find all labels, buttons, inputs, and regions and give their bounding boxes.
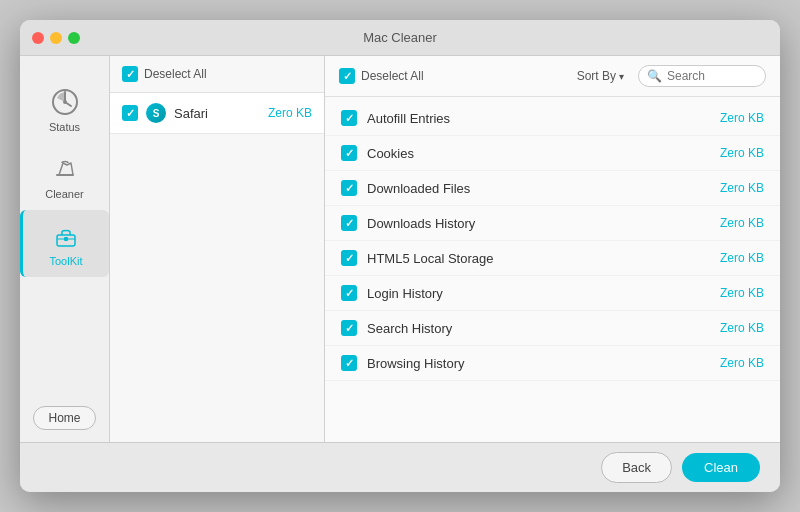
item-label-1: Cookies	[367, 146, 710, 161]
item-checkbox-5[interactable]	[341, 285, 357, 301]
sort-chevron-icon: ▾	[619, 71, 624, 82]
item-label-6: Search History	[367, 321, 710, 336]
cleaner-icon	[49, 153, 81, 185]
right-deselect-checkbox[interactable]	[339, 68, 355, 84]
close-button[interactable]	[32, 32, 44, 44]
main-content: Status Cleaner	[20, 56, 780, 442]
item-label-4: HTML5 Local Storage	[367, 251, 710, 266]
item-checkbox-4[interactable]	[341, 250, 357, 266]
sort-by-label: Sort By	[577, 69, 616, 83]
item-checkbox-2[interactable]	[341, 180, 357, 196]
window-title: Mac Cleaner	[363, 30, 437, 45]
sidebar-item-cleaner[interactable]: Cleaner	[20, 143, 109, 210]
footer: Back Clean	[20, 442, 780, 492]
sidebar: Status Cleaner	[20, 56, 110, 442]
item-size-4: Zero KB	[720, 251, 764, 265]
home-button[interactable]: Home	[33, 406, 95, 430]
item-size-0: Zero KB	[720, 111, 764, 125]
search-icon: 🔍	[647, 69, 662, 83]
sidebar-cleaner-label: Cleaner	[45, 188, 84, 200]
item-checkbox-0[interactable]	[341, 110, 357, 126]
middle-deselect-label: Deselect All	[144, 67, 207, 81]
svg-rect-4	[64, 237, 68, 241]
status-icon	[49, 86, 81, 118]
search-box[interactable]: 🔍	[638, 65, 766, 87]
titlebar: Mac Cleaner	[20, 20, 780, 56]
list-item[interactable]: Browsing HistoryZero KB	[325, 346, 780, 381]
toolkit-icon	[50, 220, 82, 252]
item-label-0: Autofill Entries	[367, 111, 710, 126]
list-item[interactable]: CookiesZero KB	[325, 136, 780, 171]
item-label-3: Downloads History	[367, 216, 710, 231]
list-item[interactable]: Login HistoryZero KB	[325, 276, 780, 311]
list-item[interactable]: HTML5 Local StorageZero KB	[325, 241, 780, 276]
middle-header: Deselect All	[110, 56, 324, 93]
app-window: Mac Cleaner Status	[20, 20, 780, 492]
list-item[interactable]: Downloads HistoryZero KB	[325, 206, 780, 241]
right-list: Autofill EntriesZero KBCookiesZero KBDow…	[325, 97, 780, 442]
back-button[interactable]: Back	[601, 452, 672, 483]
sidebar-item-status[interactable]: Status	[20, 76, 109, 143]
right-header: Deselect All Sort By ▾ 🔍	[325, 56, 780, 97]
item-size-7: Zero KB	[720, 356, 764, 370]
sidebar-item-toolkit[interactable]: ToolKit	[20, 210, 109, 277]
item-label-2: Downloaded Files	[367, 181, 710, 196]
right-pane: Deselect All Sort By ▾ 🔍 Autofill Entrie…	[325, 56, 780, 442]
traffic-lights	[32, 32, 80, 44]
sidebar-status-label: Status	[49, 121, 80, 133]
list-item[interactable]: Search HistoryZero KB	[325, 311, 780, 346]
list-item[interactable]: Autofill EntriesZero KB	[325, 101, 780, 136]
item-checkbox-7[interactable]	[341, 355, 357, 371]
maximize-button[interactable]	[68, 32, 80, 44]
item-size-5: Zero KB	[720, 286, 764, 300]
minimize-button[interactable]	[50, 32, 62, 44]
item-checkbox-3[interactable]	[341, 215, 357, 231]
item-label-7: Browsing History	[367, 356, 710, 371]
item-label-5: Login History	[367, 286, 710, 301]
search-input[interactable]	[667, 69, 757, 83]
middle-pane: Deselect All S Safari Zero KB	[110, 56, 325, 442]
safari-label: Safari	[174, 106, 260, 121]
browser-row-safari[interactable]: S Safari Zero KB	[110, 93, 324, 134]
list-item[interactable]: Downloaded FilesZero KB	[325, 171, 780, 206]
clean-button[interactable]: Clean	[682, 453, 760, 482]
item-checkbox-6[interactable]	[341, 320, 357, 336]
middle-deselect-checkbox[interactable]	[122, 66, 138, 82]
right-deselect-label: Deselect All	[361, 69, 424, 83]
sidebar-toolkit-label: ToolKit	[49, 255, 82, 267]
item-size-1: Zero KB	[720, 146, 764, 160]
item-checkbox-1[interactable]	[341, 145, 357, 161]
item-size-2: Zero KB	[720, 181, 764, 195]
safari-icon: S	[146, 103, 166, 123]
sort-by-button[interactable]: Sort By ▾	[573, 69, 628, 83]
safari-size: Zero KB	[268, 106, 312, 120]
item-size-6: Zero KB	[720, 321, 764, 335]
safari-checkbox[interactable]	[122, 105, 138, 121]
item-size-3: Zero KB	[720, 216, 764, 230]
